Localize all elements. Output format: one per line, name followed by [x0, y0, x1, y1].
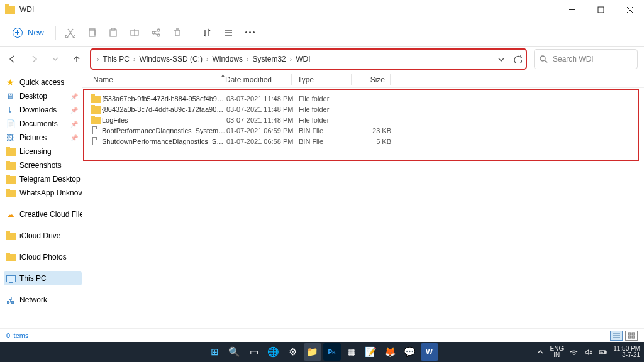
taskbar-word[interactable]: W — [421, 343, 438, 361]
taskbar-settings[interactable]: ⚙ — [284, 343, 302, 361]
start-button[interactable]: ⊞ — [206, 343, 224, 361]
sidebar-item-icloud-photos[interactable]: iCloud Photos — [4, 250, 82, 264]
breadcrumb[interactable]: › This PC› Windows-SSD (C:)› Windows› Sy… — [95, 55, 312, 63]
share-button[interactable] — [145, 23, 167, 43]
battery-icon[interactable] — [599, 348, 607, 356]
tray-chevron-icon[interactable] — [536, 348, 544, 356]
new-label: New — [28, 28, 44, 37]
file-row[interactable]: ShutdownPerformanceDiagnostics_Syst...01… — [91, 136, 638, 146]
svg-rect-22 — [628, 336, 631, 338]
forward-button[interactable] — [24, 49, 44, 69]
svg-point-9 — [152, 31, 155, 34]
sidebar-item-creative-cloud[interactable]: ☁Creative Cloud Files — [4, 207, 82, 221]
sidebar-item-icloud-drive[interactable]: iCloud Drive — [4, 229, 82, 243]
crumb-drive[interactable]: Windows-SSD (C:) — [137, 55, 204, 63]
download-icon: ⭳ — [6, 106, 16, 115]
sort-button[interactable] — [196, 23, 218, 43]
sidebar-item-screenshots[interactable]: Screenshots — [4, 158, 82, 172]
more-button[interactable] — [239, 31, 261, 33]
volume-icon[interactable] — [584, 348, 592, 356]
taskbar-chrome[interactable]: 🌐 — [265, 343, 282, 361]
new-button[interactable]: New — [5, 23, 52, 43]
back-button[interactable] — [3, 49, 23, 69]
plus-icon — [13, 28, 23, 38]
close-button[interactable] — [615, 0, 644, 19]
folder-icon — [6, 176, 16, 184]
file-row[interactable]: BootPerformanceDiagnostics_SystemDa...01… — [91, 125, 638, 136]
crumb-windows[interactable]: Windows — [210, 55, 245, 63]
file-row[interactable]: LogFiles03-07-2021 11:48 PMFile folder — [91, 114, 638, 125]
star-icon: ★ — [6, 78, 16, 87]
system-tray[interactable]: ENGIN 11:50 PM3-7-21 — [536, 346, 640, 358]
pc-icon — [6, 275, 16, 282]
view-button[interactable] — [218, 23, 239, 43]
taskbar-explorer[interactable]: 📁 — [304, 343, 321, 361]
sidebar-item-desktop[interactable]: 🖥Desktop📌 — [4, 89, 82, 103]
file-icon — [92, 126, 99, 134]
taskbar[interactable]: ⊞ 🔍 ▭ 🌐 ⚙ 📁 Ps ▦ 📝 🦊 💬 W ENGIN 11:50 PM3… — [0, 342, 644, 362]
crumb-this-pc[interactable]: This PC — [101, 55, 131, 63]
file-row[interactable]: {533a67eb-9fb5-473d-b884-958cf4b9c4...03… — [91, 93, 638, 104]
folder-icon — [6, 190, 16, 197]
item-count: 0 items — [6, 332, 28, 339]
sidebar-item-whatsapp[interactable]: WhatsApp Unknown — [4, 186, 82, 200]
taskbar-app2[interactable]: 💬 — [401, 343, 419, 361]
column-headers: Name ▲ Date modified Type Size — [82, 72, 644, 88]
network-icon: 🖧 — [6, 295, 16, 305]
large-icons-view-button[interactable] — [625, 331, 638, 341]
sidebar-item-licensing[interactable]: Licensing — [4, 145, 82, 158]
col-name[interactable]: Name — [88, 75, 220, 84]
col-date[interactable]: Date modified — [220, 75, 292, 84]
svg-point-10 — [157, 29, 160, 31]
refresh-icon[interactable] — [514, 55, 522, 63]
taskbar-taskview[interactable]: ▭ — [245, 343, 263, 361]
address-bar[interactable]: › This PC› Windows-SSD (C:)› Windows› Sy… — [91, 49, 526, 69]
svg-rect-4 — [89, 30, 95, 36]
address-row: › This PC› Windows-SSD (C:)› Windows› Sy… — [0, 47, 644, 72]
file-list[interactable]: {533a67eb-9fb5-473d-b884-958cf4b9c4...03… — [84, 90, 638, 160]
crumb-wdi[interactable]: WDI — [294, 55, 312, 63]
svg-rect-20 — [628, 333, 631, 335]
picture-icon: 🖼 — [6, 133, 16, 143]
window-titlebar: WDI — [0, 0, 644, 19]
delete-button[interactable] — [167, 23, 188, 43]
taskbar-firefox[interactable]: 🦊 — [382, 343, 399, 361]
sidebar-item-telegram[interactable]: Telegram Desktop — [4, 172, 82, 186]
paste-button[interactable] — [103, 23, 124, 43]
search-icon — [540, 55, 548, 63]
taskbar-app1[interactable]: ▦ — [343, 343, 360, 361]
svg-rect-5 — [110, 30, 116, 36]
sidebar-item-documents[interactable]: 📄Documents📌 — [4, 117, 82, 131]
cut-button[interactable] — [60, 23, 81, 43]
search-placeholder: Search WDI — [553, 55, 594, 63]
sidebar-item-this-pc[interactable]: This PC — [4, 272, 82, 285]
recent-button[interactable] — [45, 49, 65, 69]
status-bar: 0 items — [0, 328, 644, 342]
taskbar-notes[interactable]: 📝 — [362, 343, 380, 361]
crumb-system32[interactable]: System32 — [250, 55, 287, 63]
col-type[interactable]: Type — [292, 75, 352, 84]
sidebar-item-downloads[interactable]: ⭳Downloads📌 — [4, 103, 82, 117]
details-view-button[interactable] — [610, 331, 623, 341]
rename-button[interactable] — [124, 23, 145, 43]
taskbar-search[interactable]: 🔍 — [226, 343, 243, 361]
maximize-button[interactable] — [586, 0, 615, 19]
folder-icon — [91, 117, 101, 124]
col-size[interactable]: Size — [352, 75, 390, 84]
taskbar-photoshop[interactable]: Ps — [323, 343, 341, 361]
minimize-button[interactable] — [557, 0, 586, 19]
tray-clock[interactable]: 11:50 PM3-7-21 — [613, 346, 640, 358]
up-button[interactable] — [67, 49, 87, 69]
desktop-icon: 🖥 — [6, 92, 16, 101]
sidebar-item-network[interactable]: 🖧Network — [4, 293, 82, 307]
tray-language[interactable]: ENGIN — [550, 346, 564, 358]
wifi-icon[interactable] — [570, 348, 578, 356]
copy-button[interactable] — [81, 23, 103, 43]
sidebar-item-pictures[interactable]: 🖼Pictures📌 — [4, 131, 82, 145]
sidebar-quick-access[interactable]: ★Quick access — [4, 75, 82, 89]
chevron-down-icon[interactable] — [497, 55, 505, 63]
search-box[interactable]: Search WDI — [534, 49, 638, 69]
file-row[interactable]: {86432a0b-3c7d-4ddf-a89c-172faa90485...0… — [91, 104, 638, 114]
window-title: WDI — [19, 5, 34, 14]
folder-icon — [6, 233, 16, 240]
